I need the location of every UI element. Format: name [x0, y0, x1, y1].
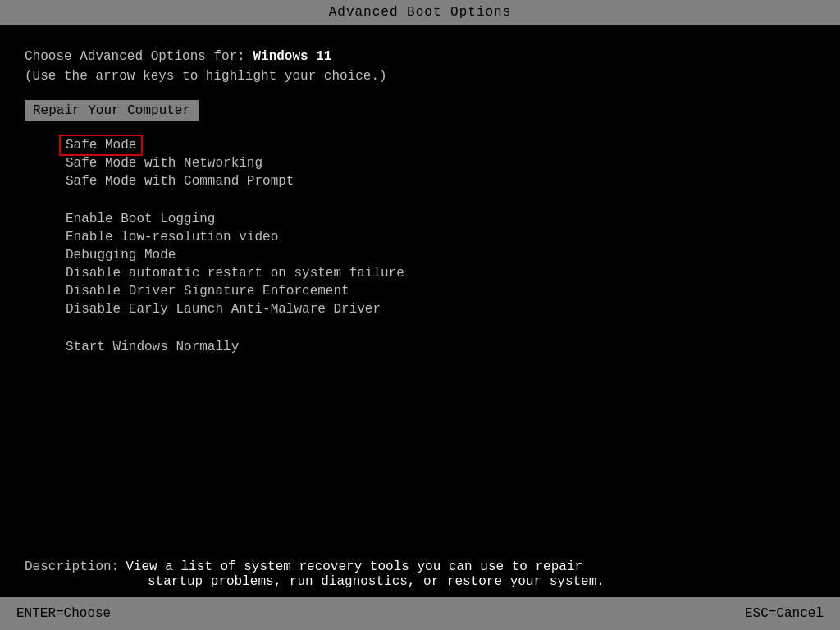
- repair-option[interactable]: Repair Your Computer: [25, 100, 815, 136]
- menu-item-safe-mode-command-prompt[interactable]: Safe Mode with Command Prompt: [25, 172, 815, 190]
- menu-item-low-resolution-video[interactable]: Enable low-resolution video: [25, 228, 815, 246]
- description-label: Description:: [25, 559, 119, 574]
- menu-item-disable-driver-signature[interactable]: Disable Driver Signature Enforcement: [25, 282, 815, 300]
- description-text-line1: View a list of system recovery tools you…: [126, 559, 582, 574]
- main-content: Choose Advanced Options for: Windows 11 …: [0, 25, 840, 356]
- bottom-bar: ENTER=Choose ESC=Cancel: [0, 597, 840, 630]
- subtitle: Choose Advanced Options for: Windows 11: [25, 49, 815, 64]
- menu-group-3: Start Windows Normally: [25, 338, 815, 356]
- enter-choose-label: ENTER=Choose: [16, 606, 111, 621]
- os-name: Windows 11: [253, 49, 331, 64]
- menu-item-disable-anti-malware[interactable]: Disable Early Launch Anti-Malware Driver: [25, 300, 815, 318]
- description-line1: Description: View a list of system recov…: [25, 559, 815, 574]
- title-text: Advanced Boot Options: [329, 5, 512, 20]
- esc-cancel-label: ESC=Cancel: [745, 606, 824, 621]
- menu-item-enable-boot-logging[interactable]: Enable Boot Logging: [25, 210, 815, 228]
- menu-item-safe-mode[interactable]: Safe Mode: [61, 136, 141, 154]
- choose-text: Choose Advanced Options for:: [25, 49, 245, 64]
- menu-item-start-normally[interactable]: Start Windows Normally: [25, 338, 815, 356]
- title-bar: Advanced Boot Options: [0, 0, 840, 25]
- repair-option-label[interactable]: Repair Your Computer: [25, 100, 199, 121]
- menu-group-2: Enable Boot Logging Enable low-resolutio…: [25, 210, 815, 318]
- menu-item-disable-restart[interactable]: Disable automatic restart on system fail…: [25, 264, 815, 282]
- menu-group-1: Safe Mode Safe Mode with Networking Safe…: [25, 136, 815, 190]
- menu-item-safe-mode-networking[interactable]: Safe Mode with Networking: [25, 154, 815, 172]
- description-area: Description: View a list of system recov…: [25, 559, 815, 589]
- description-line2: startup problems, run diagnostics, or re…: [25, 574, 815, 589]
- instruction-text: (Use the arrow keys to highlight your ch…: [25, 69, 815, 84]
- menu-item-debugging-mode[interactable]: Debugging Mode: [25, 246, 815, 264]
